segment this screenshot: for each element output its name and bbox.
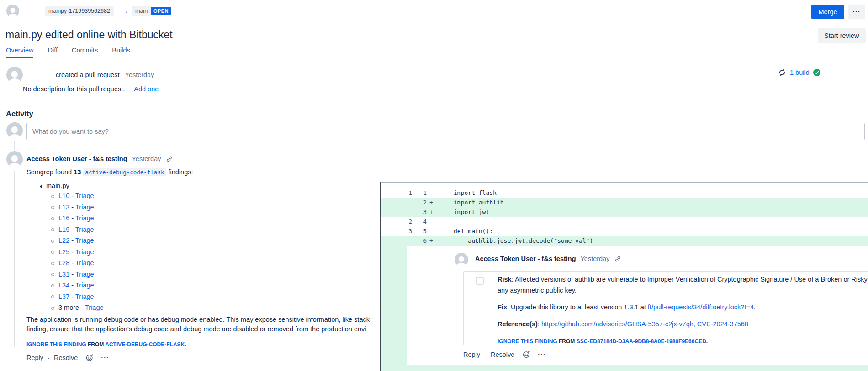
more-options-button[interactable]: ··· xyxy=(848,5,865,19)
finding-item: L10-Triage xyxy=(51,190,104,202)
comment-permalink-icon[interactable] xyxy=(166,156,173,162)
add-reaction-icon[interactable] xyxy=(86,354,94,361)
finding-line-link[interactable]: L16 xyxy=(58,214,69,222)
created-text: created a pull request xyxy=(56,71,119,78)
finding-action-link[interactable]: Triage xyxy=(75,293,94,300)
open-status-badge: OPEN xyxy=(151,7,171,15)
inline-resolve-button[interactable]: Resolve xyxy=(491,351,514,358)
tab-commits[interactable]: Commits xyxy=(72,47,98,57)
finding-action-link[interactable]: Triage xyxy=(75,237,94,244)
finding-line-link[interactable]: L13 xyxy=(58,204,69,211)
finding-action-link[interactable]: Triage xyxy=(75,214,94,222)
finding-line-link[interactable]: L31 xyxy=(58,271,69,278)
finding-sep: - xyxy=(71,192,74,199)
reply-button[interactable]: Reply xyxy=(26,354,43,361)
thread-line xyxy=(14,171,15,347)
old-line-number xyxy=(381,236,414,246)
inline-more-actions-icon[interactable]: ··· xyxy=(538,351,546,358)
tab-overview[interactable]: Overview xyxy=(6,47,33,58)
start-review-button[interactable]: Start review xyxy=(818,28,866,43)
target-branch-chip[interactable]: main xyxy=(132,6,151,16)
code-text: import flask xyxy=(436,188,497,198)
fix-period: . xyxy=(754,303,756,311)
finding-item: L37-Triage xyxy=(51,291,104,303)
finding-action-link[interactable]: Triage xyxy=(75,204,94,211)
inline-ignore-from: FROM xyxy=(559,338,575,345)
code-text: authlib.jose.jwt.decode("some-val") xyxy=(436,236,593,246)
finding-sep: - xyxy=(71,204,74,211)
builds-link[interactable]: 1 build xyxy=(790,69,810,76)
intro-post: findings: xyxy=(166,168,193,176)
inline-add-reaction-icon[interactable] xyxy=(523,350,530,358)
resolve-button[interactable]: Resolve xyxy=(54,354,78,361)
add-description-link[interactable]: Add one xyxy=(134,85,159,93)
source-branch-chip[interactable]: mainpy-1719939562682 xyxy=(45,6,114,16)
code-text: import jwt xyxy=(436,207,489,217)
finding-action-link[interactable]: Triage xyxy=(85,304,104,311)
ignore-finding-link[interactable]: IGNORE THIS FINDING xyxy=(26,341,86,348)
diff-row: 24 xyxy=(381,217,868,226)
finding-action-link[interactable]: Triage xyxy=(75,192,94,199)
tab-diff[interactable]: Diff xyxy=(48,47,58,57)
inline-comment-actions: Reply · Resolve ··· xyxy=(463,350,546,358)
finding-more-text: 3 more xyxy=(58,304,79,311)
finding-action-link[interactable]: Triage xyxy=(75,226,94,233)
inline-reply-button[interactable]: Reply xyxy=(463,351,480,358)
finding-action-link[interactable]: Triage xyxy=(75,271,94,278)
inline-comment-avatar xyxy=(455,253,468,266)
diff-row-added: 2+import authlib xyxy=(381,198,868,207)
comment-paragraph-line1: The application is running debug code or… xyxy=(26,315,370,324)
activity-heading: Activity xyxy=(6,110,33,118)
finding-line-link[interactable]: L10 xyxy=(58,192,69,199)
finding-line-link[interactable]: L34 xyxy=(58,282,69,289)
vulnerability-details-box: Risk: Affected versions of authlib are v… xyxy=(463,271,868,345)
finding-item: L16-Triage xyxy=(51,213,104,224)
finding-line-link[interactable]: L28 xyxy=(58,259,69,266)
finding-count: 13 xyxy=(74,168,81,176)
diff-sign xyxy=(427,188,436,198)
diff-sign: + xyxy=(427,198,436,207)
risk-checkbox[interactable] xyxy=(476,277,484,285)
finding-action-link[interactable]: Triage xyxy=(75,248,94,256)
inline-ignore-link[interactable]: IGNORE THIS FINDING xyxy=(498,338,557,345)
ignore-finding-line: IGNORE THIS FINDING FROM ACTIVE-DEBUG-CO… xyxy=(26,341,186,348)
fix-link[interactable]: ft/pull-requests/34/diff:oetry.lock?t=4 xyxy=(648,303,754,311)
findings-list: L10-Triage L13-Triage L16-Triage L19-Tri… xyxy=(51,190,104,314)
ignore-rule-link[interactable]: ACTIVE-DEBUG-CODE-FLASK xyxy=(105,341,185,348)
finding-line-link[interactable]: L22 xyxy=(58,237,69,244)
finding-line-link[interactable]: L37 xyxy=(58,293,69,300)
finding-action-link[interactable]: Triage xyxy=(75,259,94,266)
merge-button[interactable]: Merge xyxy=(811,5,844,19)
comment-input[interactable] xyxy=(26,123,865,140)
fix-text: : Upgrade this library to at least versi… xyxy=(507,303,648,311)
commenter-avatar xyxy=(6,122,23,139)
inline-ignore-rule-link[interactable]: SSC-ED87184D-D3AA-9DB8-8A0E-1980F9E66CED xyxy=(577,338,706,345)
new-line-number: 2 xyxy=(414,198,427,207)
finding-action-link[interactable]: Triage xyxy=(75,282,94,289)
inline-comment-permalink-icon[interactable] xyxy=(614,256,621,262)
next-added-line-partial xyxy=(407,365,868,371)
reference-link-1[interactable]: https://github.com/advisories/GHSA-5357-… xyxy=(541,320,693,328)
pull-request-page: mainpy-1719939562682 → main OPEN Merge ·… xyxy=(0,0,868,371)
finding-sep: - xyxy=(71,248,74,256)
diff-row: 11import flask xyxy=(381,188,868,198)
finding-item: L25-Triage xyxy=(51,246,104,258)
new-line-number: 3 xyxy=(414,207,427,217)
finding-sep: - xyxy=(71,293,74,300)
old-line-number: 1 xyxy=(381,188,414,198)
more-actions-icon[interactable]: ··· xyxy=(101,354,109,361)
tab-builds[interactable]: Builds xyxy=(112,47,130,57)
risk-label: Risk xyxy=(498,276,512,283)
rule-chip[interactable]: active-debug-code-flask xyxy=(83,168,166,176)
inline-ignore-line: IGNORE THIS FINDING FROM SSC-ED87184D-D3… xyxy=(498,337,708,345)
inline-comment-time: Yesterday xyxy=(581,255,610,262)
finding-line-link[interactable]: L25 xyxy=(58,248,69,256)
file-item: main.py xyxy=(40,182,69,189)
comment-author-avatar xyxy=(6,151,23,167)
comment-author-name: Access Token User - f&s testing xyxy=(26,155,127,162)
finding-item: L34-Triage xyxy=(51,280,104,291)
finding-line-link[interactable]: L19 xyxy=(58,226,69,233)
reference-link-2[interactable]: CVE-2024-37568 xyxy=(697,320,748,328)
branch-arrow-icon: → xyxy=(122,7,128,15)
finding-sep: - xyxy=(71,282,74,289)
